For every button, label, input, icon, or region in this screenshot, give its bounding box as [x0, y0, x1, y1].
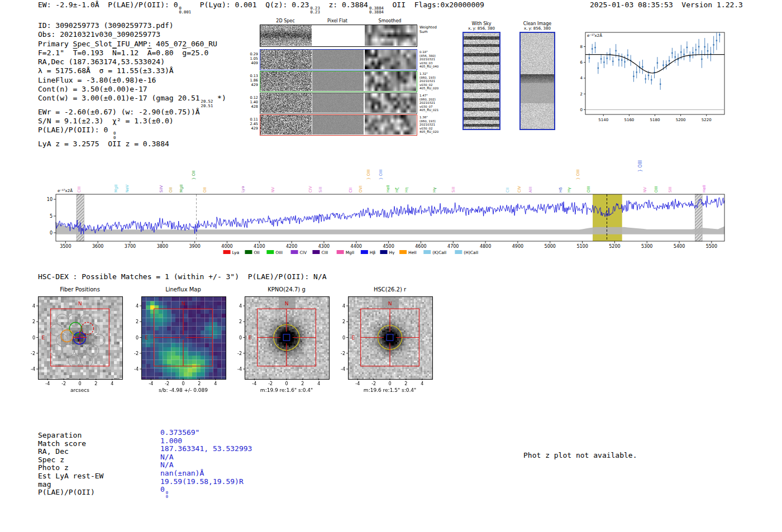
hscdex-matches-line: HSC-DEX : Possible Matches = 1 (within +… [38, 272, 327, 281]
fiber-smoothed-image [365, 71, 416, 91]
fiber-2d-spec-image [260, 50, 312, 69]
text-segment: P(Lyα): 0.001 [200, 1, 257, 9]
legend-swatch [223, 250, 231, 254]
x-tick-label: 5300 [641, 244, 652, 249]
data-point [607, 57, 608, 59]
y-tick-label: 2 [580, 92, 583, 97]
fiber-row-stats: 0.112.45429 [245, 117, 258, 131]
detection-info-block: ID: 3090259773 (3090259773.pdf)Obs: 2021… [38, 21, 226, 148]
fiber-row-stats: 0.131.86429 [245, 74, 258, 87]
text-segment: ID: 3090259773 (3090259773.pdf) [38, 21, 174, 30]
fiber-2d-spec-image [260, 115, 312, 135]
x-tick-label: 4 [317, 381, 320, 386]
x-tick-label: 5200 [676, 118, 686, 122]
x-tick-label: 4 [214, 381, 217, 386]
x-tick-label: 3700 [125, 244, 136, 249]
data-point [618, 59, 619, 60]
x-tick-label: -4 [355, 381, 360, 386]
info-line: Cont(n) = 3.50(±0.00)e-17 [38, 85, 226, 94]
data-point [662, 65, 664, 66]
data-point [615, 50, 616, 51]
match-row-value: 000 [160, 485, 168, 499]
text-segment: Obs: 20210321v030_3090259773 [38, 30, 160, 39]
x-tick-label: 3800 [157, 244, 168, 249]
match-row-value: N/A [160, 453, 173, 461]
cutout-xlabel: m:19.9 re:1.6" s:0.4" [236, 387, 337, 393]
y-tick-label: 0 [239, 336, 242, 341]
emission-line-label: OVI [359, 186, 363, 193]
stat-line: 0.12 [245, 95, 258, 100]
compass-east: E [352, 335, 355, 341]
fraction-stack: 00 [113, 131, 116, 139]
fit-plot-frame [585, 32, 724, 114]
panel-image [464, 33, 499, 129]
legend-swatch [455, 250, 462, 254]
text-segment: LineFlux = -3.80(±0.98)e-16 [38, 76, 156, 84]
x-tick-label: 4 [421, 381, 423, 386]
id-line: 20210321 [419, 79, 438, 83]
x-tick-label: -4 [252, 381, 256, 386]
y-tick-label: 6 [580, 60, 583, 65]
y-tick-label: 0 [50, 231, 53, 236]
fiber-smoothed-image [365, 93, 416, 113]
data-point [666, 64, 667, 65]
header-summary-line: EW: -2.9±-1.0Å P(LAE)/P(OII): 000.001 P(… [38, 1, 484, 14]
x-tick-label: 4200 [286, 244, 297, 249]
fiber-pixel-flat-image [312, 71, 364, 91]
data-point [633, 76, 634, 77]
cutout-xlabel: arcsecs [30, 387, 130, 393]
data-point [642, 66, 643, 68]
data-point [600, 58, 602, 59]
text-segment: g [182, 49, 187, 57]
info-line: Primary Spec_Slot_IFU_AMP: 405_072_060_R… [38, 40, 226, 49]
cutout-overlay: -4-4-2-2002244NE [229, 286, 346, 397]
info-line: S/N = 9.1(±2.3) χ² = 1.3(±0.0) [38, 117, 226, 126]
weighted-sum-label: WeightedSum [419, 26, 437, 34]
fraction-stack: 0.38840.3884 [369, 6, 384, 14]
id-line: v030_03 [419, 61, 438, 65]
y-tick-label: -2 [134, 351, 139, 356]
fiber-pixel-flat-image [312, 115, 364, 135]
match-table-row: Separation0.373569" [38, 431, 351, 439]
data-point [627, 55, 628, 56]
legend-swatch [312, 250, 320, 254]
spec2d-cutouts-section: 2D SpecPixel FlatSmoothedWeightedSum0.29… [260, 18, 452, 138]
legend-label: OIII [275, 250, 283, 255]
emission-line-label: CIV [517, 186, 522, 193]
x-tick-label: 4300 [318, 244, 330, 249]
y-tick-label: 8 [580, 45, 583, 49]
x-tick-label: 2 [301, 381, 304, 386]
compass-east: E [249, 335, 252, 341]
match-row-value: nan(±nan)Å [160, 469, 204, 477]
legend-label: Hβ [370, 250, 376, 255]
y-tick-label: 0 [580, 108, 583, 112]
id-line: 405_RU_020 [419, 87, 438, 90]
id-line: 20210321 [419, 57, 438, 61]
info-line: λ = 5175.68Å σ = 11.55(±3.33)Å [38, 66, 226, 75]
text-segment: Cont(n) = 3.50(±0.00)e-17 [38, 85, 147, 93]
fiber-pixel-flat-image [312, 93, 364, 113]
stat-line: 429 [245, 126, 258, 131]
data-point [698, 46, 699, 47]
x-tick-label: 4700 [447, 244, 459, 249]
emission-line-label: OII [203, 187, 207, 193]
spacer [257, 1, 266, 9]
panel-frame [519, 32, 555, 130]
y-tick-label: -4 [134, 367, 139, 372]
emission-line-label: NV [271, 187, 275, 193]
id-line: (856, 380) [419, 54, 438, 58]
x-tick-label: 5200 [609, 244, 620, 249]
info-line: P(LAE)/P(OII): 0 00 [38, 126, 226, 139]
data-point [680, 51, 681, 52]
y-tick-label: 2 [136, 319, 139, 324]
emission-line-label: SiIV [159, 185, 164, 193]
y-tick-label: -4 [237, 367, 242, 372]
match-row-label: RA, Dec [38, 447, 69, 456]
spec2d-col-header: Smoothed [365, 18, 415, 23]
panel-subtitle: x, y: 856, 380 [519, 26, 555, 31]
header-datetime: 2025-01-03 08:35:53 Version 1.22.3 [590, 1, 743, 9]
id-line: 1.47" [419, 94, 438, 98]
spectrum-ylabel: e⁻¹⁷x2Å [58, 188, 73, 193]
cutout-overlay: -4-4-2-2002244NE [332, 286, 450, 397]
x-tick-label: 4900 [512, 244, 523, 249]
